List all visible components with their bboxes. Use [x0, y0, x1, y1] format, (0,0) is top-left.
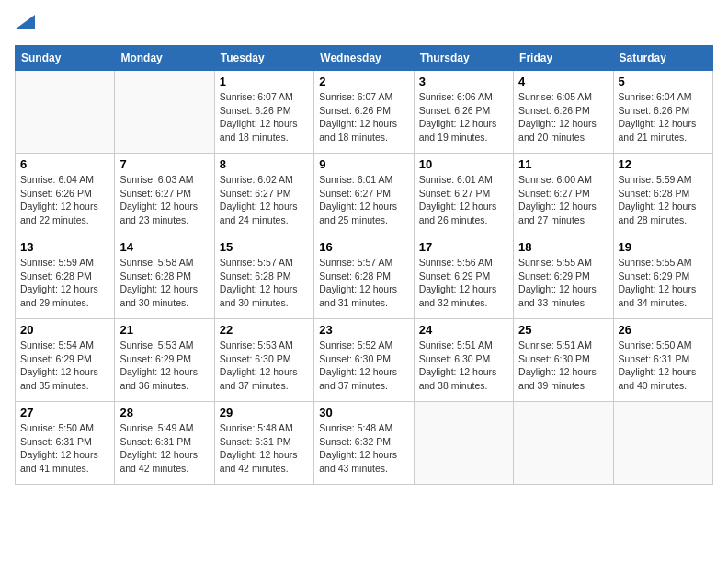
day-info: Sunrise: 6:01 AM Sunset: 6:27 PM Dayligh… [419, 173, 508, 227]
calendar-week-row: 6Sunrise: 6:04 AM Sunset: 6:26 PM Daylig… [16, 154, 713, 236]
day-number: 2 [319, 75, 408, 88]
day-info: Sunrise: 5:48 AM Sunset: 6:31 PM Dayligh… [220, 421, 309, 476]
day-info: Sunrise: 6:07 AM Sunset: 6:26 PM Dayligh… [220, 90, 309, 144]
calendar-cell: 24Sunrise: 5:51 AM Sunset: 6:30 PM Dayli… [414, 319, 513, 402]
calendar-week-row: 1Sunrise: 6:07 AM Sunset: 6:26 PM Daylig… [16, 71, 713, 154]
day-info: Sunrise: 6:04 AM Sunset: 6:26 PM Dayligh… [619, 90, 708, 144]
calendar-cell: 21Sunrise: 5:53 AM Sunset: 6:29 PM Dayli… [115, 319, 214, 402]
calendar-cell: 25Sunrise: 5:51 AM Sunset: 6:30 PM Dayli… [514, 319, 613, 402]
day-info: Sunrise: 5:54 AM Sunset: 6:29 PM Dayligh… [20, 339, 109, 393]
day-number: 30 [319, 406, 408, 419]
day-number: 26 [619, 323, 708, 337]
calendar-cell: 23Sunrise: 5:52 AM Sunset: 6:30 PM Dayli… [314, 319, 414, 402]
day-number: 7 [119, 157, 209, 171]
day-number: 14 [119, 240, 209, 254]
day-number: 22 [220, 323, 309, 337]
day-number: 15 [220, 240, 309, 254]
calendar-cell [16, 71, 115, 154]
calendar-cell: 10Sunrise: 6:01 AM Sunset: 6:27 PM Dayli… [414, 154, 513, 236]
day-number: 8 [220, 157, 309, 171]
day-number: 24 [419, 323, 508, 337]
day-number: 18 [518, 240, 608, 254]
day-info: Sunrise: 5:55 AM Sunset: 6:29 PM Dayligh… [619, 256, 708, 310]
calendar-cell: 19Sunrise: 5:55 AM Sunset: 6:29 PM Dayli… [613, 236, 712, 319]
day-number: 9 [319, 157, 408, 171]
day-info: Sunrise: 5:57 AM Sunset: 6:28 PM Dayligh… [220, 256, 309, 310]
day-number: 29 [220, 406, 309, 419]
calendar-cell [514, 402, 613, 485]
calendar-cell: 7Sunrise: 6:03 AM Sunset: 6:27 PM Daylig… [115, 154, 214, 236]
calendar-cell: 2Sunrise: 6:07 AM Sunset: 6:26 PM Daylig… [314, 71, 414, 154]
weekday-header: Sunday [16, 46, 115, 71]
day-info: Sunrise: 5:57 AM Sunset: 6:28 PM Dayligh… [319, 256, 408, 310]
calendar-cell: 12Sunrise: 5:59 AM Sunset: 6:28 PM Dayli… [613, 154, 712, 236]
day-number: 21 [119, 323, 209, 337]
svg-marker-0 [15, 15, 35, 29]
calendar-cell: 30Sunrise: 5:48 AM Sunset: 6:32 PM Dayli… [314, 402, 414, 485]
calendar-week-row: 20Sunrise: 5:54 AM Sunset: 6:29 PM Dayli… [16, 319, 713, 402]
weekday-header: Tuesday [214, 46, 313, 71]
calendar-cell [414, 402, 513, 485]
day-number: 11 [518, 157, 608, 171]
day-info: Sunrise: 6:06 AM Sunset: 6:26 PM Dayligh… [419, 90, 508, 144]
day-info: Sunrise: 5:49 AM Sunset: 6:31 PM Dayligh… [119, 421, 209, 476]
calendar-cell: 3Sunrise: 6:06 AM Sunset: 6:26 PM Daylig… [414, 71, 513, 154]
calendar-cell: 9Sunrise: 6:01 AM Sunset: 6:27 PM Daylig… [314, 154, 414, 236]
calendar-cell: 27Sunrise: 5:50 AM Sunset: 6:31 PM Dayli… [16, 402, 115, 485]
day-number: 19 [619, 240, 708, 254]
day-info: Sunrise: 6:02 AM Sunset: 6:27 PM Dayligh… [220, 173, 309, 227]
calendar-cell: 4Sunrise: 6:05 AM Sunset: 6:26 PM Daylig… [514, 71, 613, 154]
calendar-cell [115, 71, 214, 154]
day-number: 5 [619, 75, 708, 88]
day-info: Sunrise: 5:48 AM Sunset: 6:32 PM Dayligh… [319, 421, 408, 476]
day-number: 6 [20, 157, 109, 171]
calendar-cell: 8Sunrise: 6:02 AM Sunset: 6:27 PM Daylig… [214, 154, 313, 236]
day-number: 12 [619, 157, 708, 171]
calendar-cell: 14Sunrise: 5:58 AM Sunset: 6:28 PM Dayli… [115, 236, 214, 319]
day-info: Sunrise: 5:51 AM Sunset: 6:30 PM Dayligh… [419, 339, 508, 393]
calendar-cell: 13Sunrise: 5:59 AM Sunset: 6:28 PM Dayli… [16, 236, 115, 319]
logo-icon [15, 15, 35, 29]
day-info: Sunrise: 6:04 AM Sunset: 6:26 PM Dayligh… [20, 173, 109, 227]
calendar-cell: 6Sunrise: 6:04 AM Sunset: 6:26 PM Daylig… [16, 154, 115, 236]
calendar-cell: 29Sunrise: 5:48 AM Sunset: 6:31 PM Dayli… [214, 402, 313, 485]
day-number: 4 [518, 75, 608, 88]
day-number: 28 [119, 406, 209, 419]
calendar-week-row: 13Sunrise: 5:59 AM Sunset: 6:28 PM Dayli… [16, 236, 713, 319]
calendar-cell: 20Sunrise: 5:54 AM Sunset: 6:29 PM Dayli… [16, 319, 115, 402]
calendar-cell: 15Sunrise: 5:57 AM Sunset: 6:28 PM Dayli… [214, 236, 313, 319]
day-number: 10 [419, 157, 508, 171]
day-number: 3 [419, 75, 508, 88]
calendar-header-row: SundayMondayTuesdayWednesdayThursdayFrid… [16, 46, 713, 71]
weekday-header: Thursday [414, 46, 513, 71]
calendar-cell: 11Sunrise: 6:00 AM Sunset: 6:27 PM Dayli… [514, 154, 613, 236]
day-number: 25 [518, 323, 608, 337]
calendar-cell: 22Sunrise: 5:53 AM Sunset: 6:30 PM Dayli… [214, 319, 313, 402]
calendar-table: SundayMondayTuesdayWednesdayThursdayFrid… [15, 45, 713, 485]
calendar-cell [613, 402, 712, 485]
day-number: 16 [319, 240, 408, 254]
day-number: 17 [419, 240, 508, 254]
calendar-week-row: 27Sunrise: 5:50 AM Sunset: 6:31 PM Dayli… [16, 402, 713, 485]
day-info: Sunrise: 5:59 AM Sunset: 6:28 PM Dayligh… [619, 173, 708, 227]
day-info: Sunrise: 5:53 AM Sunset: 6:29 PM Dayligh… [119, 339, 209, 393]
day-info: Sunrise: 6:03 AM Sunset: 6:27 PM Dayligh… [119, 173, 209, 227]
calendar-cell: 17Sunrise: 5:56 AM Sunset: 6:29 PM Dayli… [414, 236, 513, 319]
calendar-cell: 26Sunrise: 5:50 AM Sunset: 6:31 PM Dayli… [613, 319, 712, 402]
weekday-header: Saturday [613, 46, 712, 71]
logo [15, 15, 35, 34]
day-number: 23 [319, 323, 408, 337]
calendar-cell: 18Sunrise: 5:55 AM Sunset: 6:29 PM Dayli… [514, 236, 613, 319]
calendar-cell: 16Sunrise: 5:57 AM Sunset: 6:28 PM Dayli… [314, 236, 414, 319]
day-info: Sunrise: 5:59 AM Sunset: 6:28 PM Dayligh… [20, 256, 109, 310]
day-info: Sunrise: 5:50 AM Sunset: 6:31 PM Dayligh… [20, 421, 109, 476]
day-info: Sunrise: 6:07 AM Sunset: 6:26 PM Dayligh… [319, 90, 408, 144]
day-info: Sunrise: 5:50 AM Sunset: 6:31 PM Dayligh… [619, 339, 708, 393]
day-info: Sunrise: 5:52 AM Sunset: 6:30 PM Dayligh… [319, 339, 408, 393]
day-number: 20 [20, 323, 109, 337]
weekday-header: Wednesday [314, 46, 414, 71]
day-info: Sunrise: 5:51 AM Sunset: 6:30 PM Dayligh… [518, 339, 608, 393]
calendar-cell: 28Sunrise: 5:49 AM Sunset: 6:31 PM Dayli… [115, 402, 214, 485]
day-number: 13 [20, 240, 109, 254]
weekday-header: Friday [514, 46, 613, 71]
